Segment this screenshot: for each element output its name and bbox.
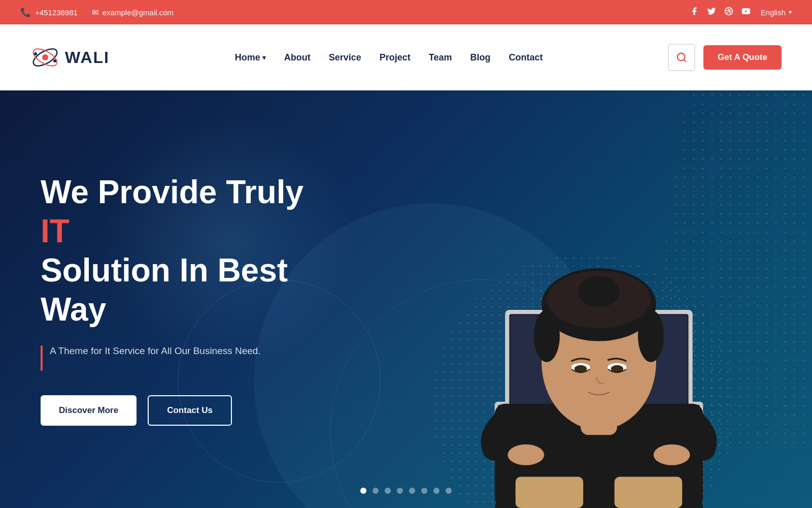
person-illustration <box>416 112 782 508</box>
svg-point-21 <box>507 444 544 465</box>
email-contact[interactable]: ✉ example@gmail.com <box>92 8 174 17</box>
topbar: 📞 +451236981 ✉ example@gmail.com English <box>0 0 812 24</box>
social-links <box>690 7 751 18</box>
logo-icon <box>30 43 60 72</box>
svg-point-22 <box>654 444 690 465</box>
subtitle-bar <box>41 345 43 371</box>
svg-point-27 <box>578 276 620 307</box>
slider-dot-2[interactable] <box>373 488 379 494</box>
get-quote-button[interactable]: Get A Quote <box>703 45 782 70</box>
chevron-down-icon: ▾ <box>262 54 266 61</box>
nav-service[interactable]: Service <box>329 52 361 63</box>
nav-home[interactable]: Home ▾ <box>235 52 266 63</box>
nav-team[interactable]: Team <box>429 52 452 63</box>
svg-point-6 <box>53 59 56 62</box>
dribbble-icon[interactable] <box>724 7 733 18</box>
slider-dots <box>360 488 452 494</box>
slider-dot-8[interactable] <box>446 488 452 494</box>
language-selector[interactable]: English ▾ <box>761 8 792 17</box>
phone-icon: 📞 <box>20 7 31 18</box>
svg-point-4 <box>42 54 48 60</box>
nav-blog[interactable]: Blog <box>470 52 490 63</box>
svg-point-5 <box>34 52 37 55</box>
nav-about[interactable]: About <box>284 52 311 63</box>
slider-dot-6[interactable] <box>421 488 427 494</box>
chevron-down-icon: ▾ <box>789 9 792 16</box>
youtube-icon[interactable] <box>741 7 751 18</box>
hero-person-image <box>416 112 782 508</box>
hero-content: We Provide Truly IT Solution In Best Way… <box>0 173 355 425</box>
contact-us-button[interactable]: Contact Us <box>148 395 232 426</box>
svg-rect-34 <box>516 477 583 508</box>
topbar-left: 📞 +451236981 ✉ example@gmail.com <box>20 7 174 18</box>
facebook-icon[interactable] <box>690 7 699 18</box>
nav-project[interactable]: Project <box>380 52 411 63</box>
topbar-right: English ▾ <box>690 7 792 18</box>
svg-line-8 <box>684 59 686 61</box>
email-address: example@gmail.com <box>103 8 174 17</box>
search-button[interactable] <box>668 44 695 71</box>
svg-point-28 <box>534 310 560 362</box>
hero-buttons: Discover More Contact Us <box>41 395 315 426</box>
hero-subtitle-text: A Theme for It Service for All Our Busin… <box>50 343 261 359</box>
slider-dot-1[interactable] <box>360 488 366 494</box>
slider-dot-3[interactable] <box>385 488 391 494</box>
slider-dot-5[interactable] <box>409 488 415 494</box>
twitter-icon[interactable] <box>707 7 716 18</box>
phone-contact[interactable]: 📞 +451236981 <box>20 7 78 18</box>
logo[interactable]: WALI <box>30 43 110 72</box>
language-label: English <box>761 8 786 17</box>
slider-dot-4[interactable] <box>397 488 403 494</box>
phone-number: +451236981 <box>35 8 78 17</box>
hero-section: We Provide Truly IT Solution In Best Way… <box>0 90 812 508</box>
email-icon: ✉ <box>92 8 98 17</box>
svg-point-29 <box>638 310 664 362</box>
slider-dot-7[interactable] <box>433 488 439 494</box>
nav-actions: Get A Quote <box>668 44 782 71</box>
discover-more-button[interactable]: Discover More <box>41 395 137 426</box>
nav-contact[interactable]: Contact <box>509 52 543 63</box>
hero-title: We Provide Truly IT Solution In Best Way <box>41 173 315 329</box>
navbar: WALI Home ▾ About Service Project Team B… <box>0 24 812 90</box>
brand-name: WALI <box>65 48 110 67</box>
nav-menu: Home ▾ About Service Project Team Blog C… <box>235 52 543 63</box>
hero-subtitle: A Theme for It Service for All Our Busin… <box>41 343 315 371</box>
svg-rect-35 <box>615 477 682 508</box>
